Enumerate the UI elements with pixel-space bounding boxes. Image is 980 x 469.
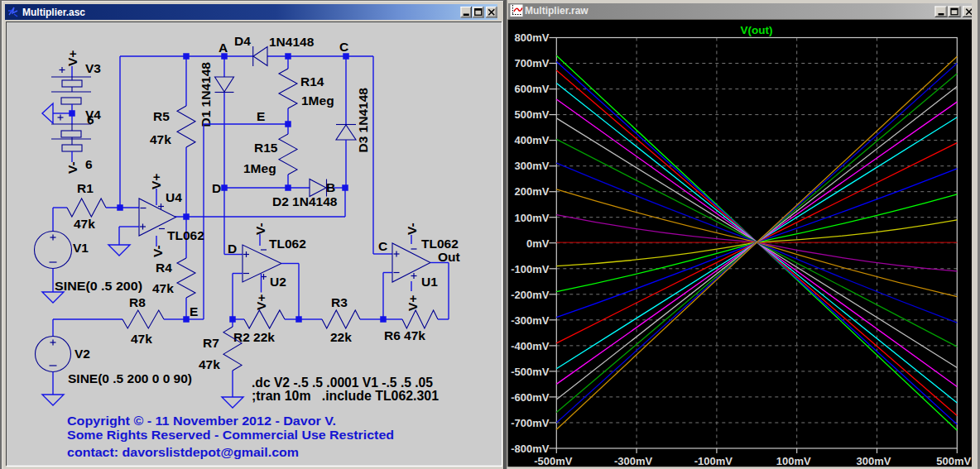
svg-text:47k: 47k bbox=[74, 217, 95, 231]
svg-text:-800mV: -800mV bbox=[511, 443, 550, 455]
svg-text:C: C bbox=[339, 40, 348, 54]
svg-text:1N4148: 1N4148 bbox=[269, 35, 315, 49]
svg-text:400mV: 400mV bbox=[515, 134, 550, 146]
svg-text:V3: V3 bbox=[85, 61, 101, 75]
svg-text:-400mV: -400mV bbox=[511, 340, 550, 352]
svg-text:1Meg: 1Meg bbox=[301, 93, 334, 108]
svg-text:V+: V+ bbox=[149, 174, 163, 189]
svg-text:-200mV: -200mV bbox=[511, 289, 550, 301]
svg-text:-500mV: -500mV bbox=[534, 455, 573, 467]
svg-text:R14: R14 bbox=[300, 74, 324, 89]
svg-text:D: D bbox=[228, 242, 237, 256]
svg-text:A: A bbox=[219, 41, 228, 55]
svg-text:47k: 47k bbox=[150, 132, 171, 146]
svg-text:1Meg: 1Meg bbox=[243, 161, 276, 175]
svg-text:R8: R8 bbox=[129, 295, 146, 309]
svg-text:D: D bbox=[212, 181, 221, 195]
svg-text:300mV: 300mV bbox=[515, 160, 550, 172]
svg-text:V-: V- bbox=[253, 223, 267, 235]
svg-text:800mV: 800mV bbox=[515, 31, 550, 44]
svg-text:0mV: 0mV bbox=[526, 237, 550, 250]
svg-text:-100mV: -100mV bbox=[694, 455, 733, 467]
svg-text:Multiplier.raw: Multiplier.raw bbox=[525, 5, 588, 17]
svg-text:Multiplier.asc: Multiplier.asc bbox=[22, 7, 85, 18]
svg-text:R15: R15 bbox=[254, 141, 278, 155]
svg-text:D3 1N4148: D3 1N4148 bbox=[356, 88, 370, 153]
svg-text:R7: R7 bbox=[203, 336, 219, 350]
svg-text:R5: R5 bbox=[153, 109, 170, 123]
svg-text:E: E bbox=[257, 109, 265, 123]
svg-text:TL062: TL062 bbox=[167, 228, 204, 242]
svg-text:V-: V- bbox=[65, 161, 79, 174]
svg-text:-600mV: -600mV bbox=[511, 391, 550, 404]
svg-text:D4: D4 bbox=[234, 34, 251, 48]
svg-text:;tran 10m .include TL062.301: ;tran 10m .include TL062.301 bbox=[252, 389, 439, 403]
svg-text:47k: 47k bbox=[199, 357, 220, 371]
svg-text:6: 6 bbox=[87, 112, 94, 127]
svg-text:-100mV: -100mV bbox=[511, 263, 550, 275]
svg-text:E: E bbox=[190, 304, 198, 318]
svg-text:-500mV: -500mV bbox=[511, 366, 550, 378]
svg-text:600mV: 600mV bbox=[515, 83, 550, 95]
svg-text:B: B bbox=[326, 180, 335, 194]
svg-text:Copyright © - 11 November 2012: Copyright © - 11 November 2012 - Davor V… bbox=[67, 414, 336, 428]
svg-text:TL062: TL062 bbox=[269, 237, 306, 251]
svg-text:SINE(0 .5 200 0 0 90): SINE(0 .5 200 0 0 90) bbox=[68, 372, 192, 385]
svg-text:47k: 47k bbox=[152, 281, 174, 295]
svg-text:C: C bbox=[378, 239, 387, 253]
svg-text:contact: davorslistdepot@gmail: contact: davorslistdepot@gmail.com bbox=[67, 445, 299, 459]
svg-text:V+: V+ bbox=[406, 295, 420, 311]
svg-text:U4: U4 bbox=[166, 190, 182, 204]
svg-text:V2: V2 bbox=[74, 347, 90, 361]
svg-text:D1 1N4148: D1 1N4148 bbox=[199, 62, 213, 127]
svg-text:R6 47k: R6 47k bbox=[384, 328, 425, 342]
svg-text:V+: V+ bbox=[254, 294, 268, 310]
svg-text:V+: V+ bbox=[65, 50, 79, 66]
svg-text:300mV: 300mV bbox=[857, 455, 891, 467]
svg-text:500mV: 500mV bbox=[936, 455, 971, 467]
svg-text:V-: V- bbox=[405, 223, 419, 235]
svg-text:100mV: 100mV bbox=[515, 212, 550, 224]
svg-text:Out: Out bbox=[438, 250, 460, 264]
svg-text:V1: V1 bbox=[73, 241, 89, 255]
svg-text:-300mV: -300mV bbox=[511, 314, 550, 327]
svg-text:U1: U1 bbox=[421, 275, 438, 289]
svg-text:V(out): V(out) bbox=[741, 24, 773, 36]
svg-text:6: 6 bbox=[85, 157, 93, 171]
svg-text:U2: U2 bbox=[270, 275, 286, 289]
svg-text:D2 1N4148: D2 1N4148 bbox=[272, 194, 338, 208]
svg-text:V-: V- bbox=[151, 245, 165, 257]
svg-text:47k: 47k bbox=[131, 332, 152, 346]
svg-text:.dc V2 -.5 .5 .0001 V1 -.5 .5: .dc V2 -.5 .5 .0001 V1 -.5 .5 .05 bbox=[252, 376, 433, 390]
svg-text:SINE(0 .5 200): SINE(0 .5 200) bbox=[55, 280, 142, 293]
svg-text:-700mV: -700mV bbox=[511, 417, 550, 429]
svg-text:-300mV: -300mV bbox=[614, 455, 653, 467]
svg-text:700mV: 700mV bbox=[515, 57, 550, 69]
svg-text:R4: R4 bbox=[156, 261, 172, 275]
svg-text:100mV: 100mV bbox=[776, 455, 811, 467]
svg-text:500mV: 500mV bbox=[515, 108, 550, 121]
svg-text:200mV: 200mV bbox=[515, 185, 550, 198]
svg-text:22k: 22k bbox=[330, 330, 352, 344]
svg-text:Some Rights Reserved - Commerc: Some Rights Reserved - Commercial Use Re… bbox=[67, 428, 394, 442]
svg-text:R1: R1 bbox=[77, 181, 94, 195]
svg-text:TL062: TL062 bbox=[421, 237, 459, 251]
svg-text:R3: R3 bbox=[331, 295, 348, 309]
